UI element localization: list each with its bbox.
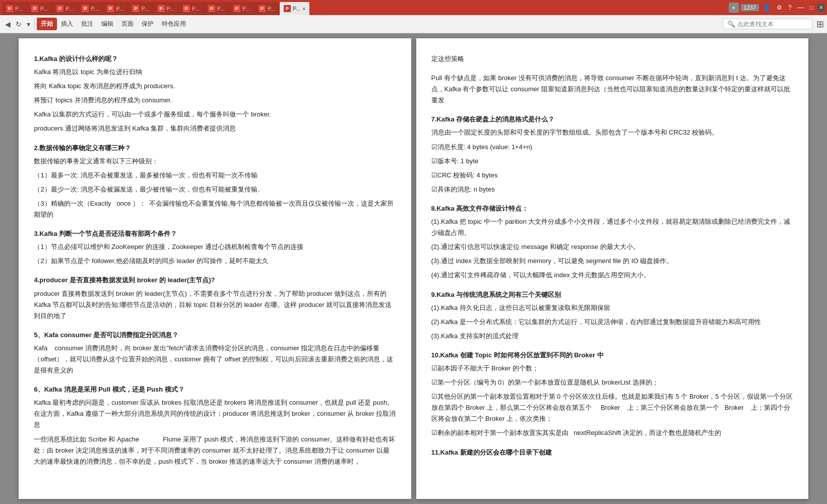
tab-title-4: P... <box>91 6 98 12</box>
section-4-line-1: producer 直接将数据发送到 broker 的 leader(主节点)，不… <box>34 288 396 322</box>
tab-4[interactable]: PP... <box>78 2 103 15</box>
right-page: 定这些策略 Pull 有个缺点是，如果 broker 没有可供消费的消息，将导致… <box>416 38 808 499</box>
tab-9[interactable]: PP... <box>204 2 229 15</box>
section-1-title: 1.Kafka 的设计什么样的呢？ <box>34 53 396 65</box>
section-2-line-1: 数据传输的事务定义通常有以下三种级别： <box>34 156 396 167</box>
tab-icon-8: P <box>183 5 190 12</box>
tab-title-8: P... <box>192 6 200 12</box>
help-icon[interactable]: ? <box>786 3 794 12</box>
r-section-9-line-2: (2).Kafka 是一个分布式系统：它以集群的方式运行，可以灵活伸缩，在内部通… <box>431 317 793 328</box>
tab-title-5: P... <box>116 6 123 12</box>
section-2-line-3: （2）最少一次: 消息不会被漏发送，最少被传输一次，但也有可能被重复传输. <box>34 184 396 195</box>
r-section-9: 9.Kafka 与传统消息系统之间有三个关键区别 (1).Kafka 持久化日志… <box>431 289 793 342</box>
tab-8[interactable]: PP... <box>179 2 204 15</box>
page-container: 1.Kafka 的设计什么样的呢？ Kafka 将消息以 topic 为单位进行… <box>0 33 827 504</box>
r-section-10-line-1: ☑副本因子不能大于 Broker 的个数； <box>431 363 793 374</box>
r-section-7-title: 7.Kafka 存储在硬盘上的消息格式是什么？ <box>431 114 793 125</box>
close-button[interactable]: × <box>817 4 825 12</box>
nav-refresh-icon[interactable]: ↻ <box>14 18 24 30</box>
tab-11[interactable]: PP... <box>255 2 280 15</box>
r-section-9-title: 9.Kafka 与传统消息系统之间有三个关键区别 <box>431 289 793 300</box>
title-bar: PP...PP...PP...PP...PP...PP...PP...PP...… <box>0 0 827 15</box>
nav-controls: ◀ ↻ ▾ <box>3 18 32 30</box>
section-1-line-5: producers 通过网络将消息发送到 Kafka 集群，集群向消费者提供消息 <box>34 123 396 134</box>
tab-title-6: P... <box>141 6 149 12</box>
tab-title-1: P... <box>15 6 23 12</box>
tab-6[interactable]: PP... <box>128 2 153 15</box>
section-1: 1.Kafka 的设计什么样的呢？ Kafka 将消息以 topic 为单位进行… <box>34 53 396 135</box>
r-section-11-title: 11.Kafka 新建的分区会在哪个目录下创建 <box>431 447 793 458</box>
tabs-area: PP...PP...PP...PP...PP...PP...PP...PP...… <box>2 0 728 15</box>
r-section-10: 10.Kafka 创建 Topic 时如何将分区放置到不同的 Broker 中 … <box>431 350 793 439</box>
r-section-10-line-4: ☑剩余的副本相对于第一个副本放置实其实是由 nextReplicaShift 决… <box>431 427 793 438</box>
user-icon[interactable]: 👤 <box>761 3 773 12</box>
section-3: 3.Kafka 判断一个节点是否还活着有那两个条件？ （1）节点必须可以维护和 … <box>34 228 396 267</box>
tab-icon-5: P <box>107 5 114 12</box>
expand-icon[interactable]: ⊞ <box>816 19 824 30</box>
r-section-pull-line-1: Pull 有个缺点是，如果 broker 没有可供消费的消息，将导致 consu… <box>431 73 793 106</box>
r-section-9-line-3: (3).Kafka 支持实时的流式处理 <box>431 331 793 342</box>
r-section-10-line-3: ☑其他分区的第一个副本放置位置相对于第 0 个分区依次往后移。也就是如果我们有 … <box>431 391 793 424</box>
nav-back-icon[interactable]: ◀ <box>3 18 13 30</box>
minimize-button[interactable]: — <box>796 3 806 12</box>
tab-icon-1: P <box>6 5 13 12</box>
tab-title-12: P... <box>293 6 300 12</box>
tab-icon-3: P <box>56 5 63 12</box>
section-5-line-1: Kafa consumer 消费消息时，向 broker 发出"fetch"请求… <box>34 343 396 376</box>
r-section-pull: Pull 有个缺点是，如果 broker 没有可供消费的消息，将导致 consu… <box>431 73 793 106</box>
r-section-7-line-1: 消息由一个固定长度的头部和可变长度的字节数组组成。头部包含了一个版本号和 CRC… <box>431 127 793 138</box>
toolbar: ◀ ↻ ▾ 开始 插入 批注 编辑 页面 保护 特色应用 🔍 ⊞ <box>0 15 827 33</box>
search-bar[interactable]: 🔍 <box>723 19 812 29</box>
title-right-controls: 1237 👤 ⚙ ? — □ × <box>741 3 825 12</box>
tab-12[interactable]: PP...× <box>280 2 310 15</box>
r-section-8-line-4: (4).通过索引文件稀疏存储，可以大幅降低 index 文件元数据占用空间大小。 <box>431 270 793 281</box>
r-section-7-line-3: ☑版本号: 1 byte <box>431 156 793 167</box>
tab-icon-6: P <box>132 5 139 12</box>
r-section-10-line-2: ☑第一个分区（编号为 0）的第一个副本放置位置是随机从 brokerList 选… <box>431 377 793 388</box>
tab-2[interactable]: PP... <box>27 2 52 15</box>
r-section-8-line-3: (3).通过 index 元数据全部映射到 memory，可以避免 segmen… <box>431 256 793 267</box>
tab-icon-11: P <box>259 5 266 12</box>
section-1-line-1: Kafka 将消息以 topic 为单位进行归纳 <box>34 67 396 78</box>
tab-7[interactable]: PP... <box>154 2 179 15</box>
tab-icon-9: P <box>208 5 215 12</box>
tab-icon-2: P <box>31 5 38 12</box>
r-section-11: 11.Kafka 新建的分区会在哪个目录下创建 <box>431 447 793 458</box>
review-button[interactable]: 批注 <box>77 18 97 30</box>
nav-dropdown-icon[interactable]: ▾ <box>25 18 32 30</box>
tab-3[interactable]: PP... <box>52 2 78 15</box>
tab-title-11: P... <box>268 6 275 12</box>
tab-1[interactable]: PP... <box>2 2 27 15</box>
section-1-line-4: Kafka 以集群的方式运行，可以由一个或多个服务组成，每个服务叫做一个 bro… <box>34 109 396 120</box>
section-2-line-2: （1）最多一次: 消息不会被重发送，最多被传输一次，但也有可能一次不传输 <box>34 170 396 181</box>
maximize-button[interactable]: □ <box>808 3 815 12</box>
r-section-7: 7.Kafka 存储在硬盘上的消息格式是什么？ 消息由一个固定长度的头部和可变长… <box>431 114 793 195</box>
tab-icon-4: P <box>82 5 89 12</box>
search-input[interactable] <box>737 21 808 28</box>
section-1-line-2: 将向 Kafka topic 发布消息的程序成为 producers. <box>34 81 396 92</box>
special-button[interactable]: 特色应用 <box>158 18 190 30</box>
start-button[interactable]: 开始 <box>37 18 57 30</box>
tab-5[interactable]: PP... <box>103 2 128 15</box>
edit-button[interactable]: 编辑 <box>97 18 117 30</box>
section-4: 4.producer 是否直接将数据发送到 broker 的 leader(主节… <box>34 275 396 321</box>
r-section-0-line-1: 定这些策略 <box>431 53 793 65</box>
section-6: 6、Kafka 消息是采用 Pull 模式，还是 Push 模式？ Kafka … <box>34 384 396 467</box>
page-number-box: 1237 <box>741 4 759 11</box>
r-section-7-line-2: ☑消息长度: 4 bytes (value: 1+4+n) <box>431 142 793 153</box>
tab-icon-7: P <box>158 5 165 12</box>
tab-10[interactable]: PP... <box>229 2 255 15</box>
section-3-title: 3.Kafka 判断一个节点是否还活着有那两个条件？ <box>34 228 396 239</box>
new-tab-button[interactable]: + <box>729 3 739 13</box>
insert-button[interactable]: 插入 <box>57 18 77 30</box>
settings-icon[interactable]: ⚙ <box>775 3 784 12</box>
section-4-title: 4.producer 是否直接将数据发送到 broker 的 leader(主节… <box>34 275 396 286</box>
section-2: 2.数据传输的事物定义有哪三种？ 数据传输的事务定义通常有以下三种级别： （1）… <box>34 143 396 221</box>
r-section-10-title: 10.Kafka 创建 Topic 时如何将分区放置到不同的 Broker 中 <box>431 350 793 361</box>
section-2-title: 2.数据传输的事物定义有哪三种？ <box>34 143 396 154</box>
page-button[interactable]: 页面 <box>117 18 138 30</box>
active-tab-close[interactable]: × <box>302 6 305 12</box>
protect-button[interactable]: 保护 <box>138 18 158 30</box>
tab-icon-12: P <box>284 5 291 12</box>
tab-title-10: P... <box>242 6 250 12</box>
